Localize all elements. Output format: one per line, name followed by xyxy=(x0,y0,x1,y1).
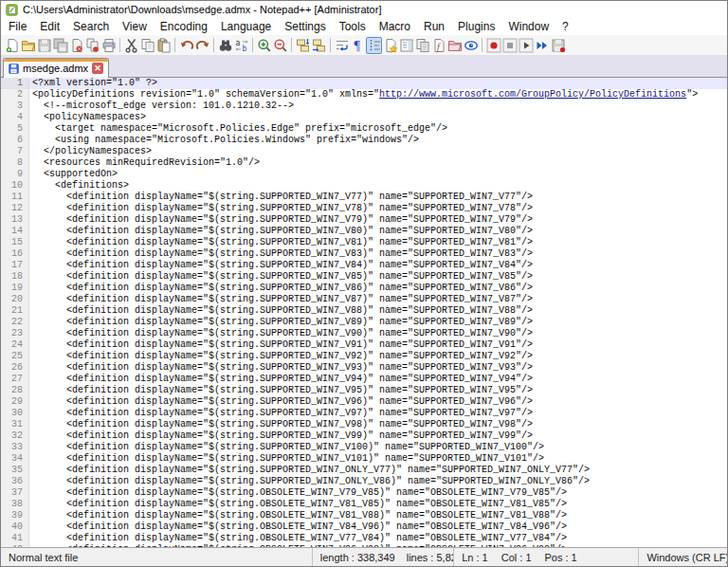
editor-line[interactable]: 39 <definition displayName="$(string.OBS… xyxy=(1,510,727,521)
sync-horizontal-scroll-button[interactable] xyxy=(311,37,327,54)
editor-line[interactable]: 10 <definitions> xyxy=(1,180,727,192)
editor-line[interactable]: 6 <using namespace="Microsoft.Policies.W… xyxy=(1,135,727,146)
editor-line[interactable]: 22 <definition displayName="$(string.SUP… xyxy=(1,317,727,328)
find-button[interactable] xyxy=(217,37,233,54)
macro-stop-button[interactable] xyxy=(501,37,518,54)
show-indent-guide-button[interactable] xyxy=(366,37,382,54)
line-number[interactable]: 41 xyxy=(1,533,29,544)
editor-line[interactable]: 13 <definition displayName="$(string.SUP… xyxy=(1,214,727,226)
line-number[interactable]: 37 xyxy=(1,487,29,499)
editor-line[interactable]: 3 <!--microsoft_edge version: 101.0.1210… xyxy=(1,101,727,112)
editor-line[interactable]: 2<policyDefinitions revision="1.0" schem… xyxy=(1,89,727,101)
editor-line[interactable]: 36 <definition displayName="$(string.SUP… xyxy=(1,476,727,487)
line-number[interactable]: 5 xyxy=(1,123,29,135)
define-language-button[interactable] xyxy=(382,37,398,54)
save-all-button[interactable] xyxy=(52,37,68,54)
show-all-characters-button[interactable]: ¶ xyxy=(350,37,366,54)
editor-line[interactable]: 8 <resources minRequiredRevision="1.0"/> xyxy=(1,157,727,169)
editor-line[interactable]: 20 <definition displayName="$(string.SUP… xyxy=(1,294,727,305)
editor-line[interactable]: 18 <definition displayName="$(string.SUP… xyxy=(1,271,727,283)
menu-item-plugins[interactable]: Plugins xyxy=(451,19,501,34)
menu-item-window[interactable]: Window xyxy=(501,19,555,34)
editor-line[interactable]: 17 <definition displayName="$(string.SUP… xyxy=(1,260,727,271)
folder-as-workspace-button[interactable] xyxy=(446,37,463,54)
menu-item-search[interactable]: Search xyxy=(66,19,116,34)
document-map-button[interactable] xyxy=(398,37,414,54)
line-number[interactable]: 38 xyxy=(1,499,29,510)
word-wrap-button[interactable] xyxy=(334,37,350,54)
monitoring-button[interactable] xyxy=(463,37,479,54)
zoom-out-button[interactable] xyxy=(272,37,288,54)
line-number[interactable]: 6 xyxy=(1,135,29,146)
new-file-button[interactable] xyxy=(4,37,20,54)
line-number[interactable]: 31 xyxy=(1,419,29,430)
line-number[interactable]: 19 xyxy=(1,283,29,294)
menu-item-view[interactable]: View xyxy=(116,19,154,34)
line-number[interactable]: 28 xyxy=(1,385,29,396)
undo-button[interactable] xyxy=(178,37,194,54)
editor-line[interactable]: 24 <definition displayName="$(string.SUP… xyxy=(1,339,727,351)
editor-line[interactable]: 12 <definition displayName="$(string.SUP… xyxy=(1,203,727,214)
line-number[interactable]: 33 xyxy=(1,442,29,453)
paste-button[interactable] xyxy=(155,37,172,54)
line-number[interactable]: 3 xyxy=(1,101,29,112)
editor-line[interactable]: 28 <definition displayName="$(string.SUP… xyxy=(1,385,727,396)
title-bar[interactable]: C:\Users\Administrator\Downloads\msedge.… xyxy=(1,1,727,17)
menu-item-file[interactable]: File xyxy=(2,19,33,34)
menu-item-encoding[interactable]: Encoding xyxy=(154,19,214,34)
editor-line[interactable]: 40 <definition displayName="$(string.OBS… xyxy=(1,521,727,533)
editor-line[interactable]: 42 <definition displayName="$(string.OBS… xyxy=(1,544,727,547)
line-number[interactable]: 9 xyxy=(1,169,29,180)
close-file-button[interactable] xyxy=(68,37,84,54)
line-number[interactable]: 14 xyxy=(1,226,29,237)
editor-line[interactable]: 7 </policyNamespaces> xyxy=(1,146,727,157)
editor-line[interactable]: 32 <definition displayName="$(string.SUP… xyxy=(1,430,727,442)
editor-line[interactable]: 41 <definition displayName="$(string.OBS… xyxy=(1,533,727,544)
save-file-button[interactable] xyxy=(36,37,52,54)
editor-line[interactable]: 38 <definition displayName="$(string.OBS… xyxy=(1,499,727,510)
line-number[interactable]: 26 xyxy=(1,362,29,374)
line-number[interactable]: 16 xyxy=(1,248,29,260)
editor-line[interactable]: 35 <definition displayName="$(string.SUP… xyxy=(1,465,727,476)
line-number[interactable]: 24 xyxy=(1,339,29,351)
line-number[interactable]: 13 xyxy=(1,214,29,226)
hyperlink-text[interactable]: http://www.microsoft.com/GroupPolicy/Pol… xyxy=(379,89,686,100)
replace-button[interactable]: ab xyxy=(233,37,249,54)
editor-line[interactable]: 26 <definition displayName="$(string.SUP… xyxy=(1,362,727,374)
editor-line[interactable]: 23 <definition displayName="$(string.SUP… xyxy=(1,328,727,339)
line-number[interactable]: 42 xyxy=(1,544,29,547)
editor-line[interactable]: 11 <definition displayName="$(string.SUP… xyxy=(1,192,727,203)
cut-button[interactable] xyxy=(123,37,139,54)
macro-save-button[interactable] xyxy=(550,37,566,54)
editor-line[interactable]: 31 <definition displayName="$(string.SUP… xyxy=(1,419,727,430)
editor-line[interactable]: 21 <definition displayName="$(string.SUP… xyxy=(1,305,727,317)
tab-msedge-admx[interactable]: msedge.admx ✕ xyxy=(3,58,109,78)
line-number[interactable]: 27 xyxy=(1,374,29,385)
copy-button[interactable] xyxy=(139,37,155,54)
menu-item-help[interactable]: ? xyxy=(555,19,575,34)
line-number[interactable]: 36 xyxy=(1,476,29,487)
line-number[interactable]: 15 xyxy=(1,237,29,248)
macro-record-button[interactable] xyxy=(485,37,501,54)
line-number[interactable]: 23 xyxy=(1,328,29,339)
editor-line[interactable]: 30 <definition displayName="$(string.SUP… xyxy=(1,408,727,419)
line-number[interactable]: 7 xyxy=(1,146,29,157)
editor-line[interactable]: 33 <definition displayName="$(string.SUP… xyxy=(1,442,727,453)
line-number[interactable]: 21 xyxy=(1,305,29,317)
editor-line[interactable]: 34 <definition displayName="$(string.SUP… xyxy=(1,453,727,465)
editor-line[interactable]: 4 <policyNamespaces> xyxy=(1,112,727,123)
line-number[interactable]: 18 xyxy=(1,271,29,283)
document-list-button[interactable] xyxy=(414,37,430,54)
line-number[interactable]: 4 xyxy=(1,112,29,123)
zoom-in-button[interactable] xyxy=(256,37,272,54)
line-number[interactable]: 32 xyxy=(1,430,29,442)
sync-vertical-scroll-button[interactable] xyxy=(295,37,311,54)
open-file-button[interactable] xyxy=(20,37,36,54)
tab-close-icon[interactable]: ✕ xyxy=(92,63,103,74)
redo-button[interactable] xyxy=(194,37,210,54)
line-number[interactable]: 8 xyxy=(1,157,29,169)
menu-item-tools[interactable]: Tools xyxy=(333,19,373,34)
editor-line[interactable]: 19 <definition displayName="$(string.SUP… xyxy=(1,283,727,294)
line-number[interactable]: 34 xyxy=(1,453,29,465)
line-number[interactable]: 35 xyxy=(1,465,29,476)
